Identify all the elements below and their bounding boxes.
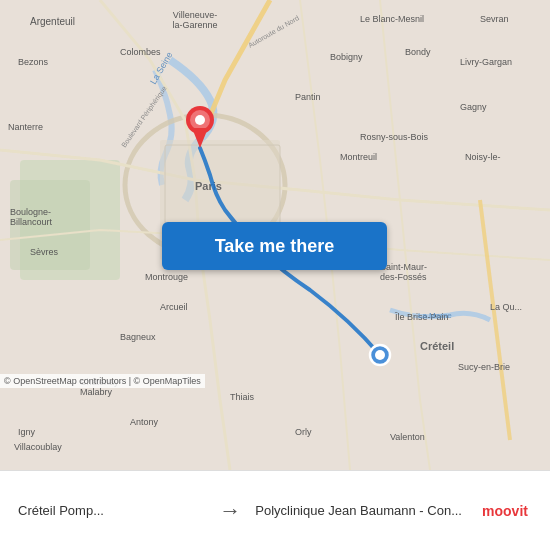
svg-text:Antony: Antony bbox=[130, 417, 159, 427]
direction-arrow: → bbox=[213, 498, 247, 524]
svg-text:Gagny: Gagny bbox=[460, 102, 487, 112]
svg-text:Igny: Igny bbox=[18, 427, 36, 437]
map-attribution: © OpenStreetMap contributors | © OpenMap… bbox=[0, 374, 205, 388]
svg-text:Valenton: Valenton bbox=[390, 432, 425, 442]
svg-text:Villeneuve-: Villeneuve- bbox=[173, 10, 217, 20]
svg-text:Sevran: Sevran bbox=[480, 14, 509, 24]
svg-text:La Qu...: La Qu... bbox=[490, 302, 522, 312]
moovit-brand: moovit bbox=[482, 503, 528, 519]
svg-text:Thiais: Thiais bbox=[230, 392, 255, 402]
svg-text:Bondy: Bondy bbox=[405, 47, 431, 57]
svg-text:Montreuil: Montreuil bbox=[340, 152, 377, 162]
svg-point-52 bbox=[375, 350, 385, 360]
origin-info: Créteil Pomp... bbox=[10, 503, 213, 518]
svg-text:Bezons: Bezons bbox=[18, 57, 49, 67]
svg-text:Livry-Gargan: Livry-Gargan bbox=[460, 57, 512, 67]
svg-text:Rosny-sous-Bois: Rosny-sous-Bois bbox=[360, 132, 429, 142]
svg-text:Le Blanc-Mesnil: Le Blanc-Mesnil bbox=[360, 14, 424, 24]
moovit-logo: moovit bbox=[470, 503, 540, 519]
svg-point-50 bbox=[195, 115, 205, 125]
svg-text:Saint-Maur-: Saint-Maur- bbox=[380, 262, 427, 272]
svg-text:Bobigny: Bobigny bbox=[330, 52, 363, 62]
svg-text:Montrouge: Montrouge bbox=[145, 272, 188, 282]
svg-text:Arcueil: Arcueil bbox=[160, 302, 188, 312]
destination-info: Polyclinique Jean Baumann - Con... bbox=[247, 503, 470, 518]
bottom-bar: Créteil Pomp... → Polyclinique Jean Baum… bbox=[0, 470, 550, 550]
svg-text:Créteil: Créteil bbox=[420, 340, 454, 352]
svg-text:Sucy-en-Brie: Sucy-en-Brie bbox=[458, 362, 510, 372]
svg-text:Boulogne-: Boulogne- bbox=[10, 207, 51, 217]
svg-text:La Marne: La Marne bbox=[418, 311, 452, 320]
svg-text:Noisy-le-: Noisy-le- bbox=[465, 152, 501, 162]
svg-text:Villacoublay: Villacoublay bbox=[14, 442, 62, 452]
svg-text:Billancourt: Billancourt bbox=[10, 217, 53, 227]
svg-text:Sèvres: Sèvres bbox=[30, 247, 59, 257]
svg-text:Pantin: Pantin bbox=[295, 92, 321, 102]
svg-text:Paris: Paris bbox=[195, 180, 222, 192]
svg-text:Bagneux: Bagneux bbox=[120, 332, 156, 342]
destination-label: Polyclinique Jean Baumann - Con... bbox=[255, 503, 462, 518]
svg-text:des-Fossés: des-Fossés bbox=[380, 272, 427, 282]
take-me-there-button[interactable]: Take me there bbox=[162, 222, 387, 270]
svg-text:Nanterre: Nanterre bbox=[8, 122, 43, 132]
svg-text:Orly: Orly bbox=[295, 427, 312, 437]
svg-text:Malabry: Malabry bbox=[80, 387, 113, 397]
map-container: Argenteuil Villeneuve- la-Garenne Le Bla… bbox=[0, 0, 550, 470]
origin-label: Créteil Pomp... bbox=[18, 503, 205, 518]
svg-text:Colombes: Colombes bbox=[120, 47, 161, 57]
svg-text:la-Garenne: la-Garenne bbox=[172, 20, 217, 30]
svg-text:Argenteuil: Argenteuil bbox=[30, 16, 75, 27]
